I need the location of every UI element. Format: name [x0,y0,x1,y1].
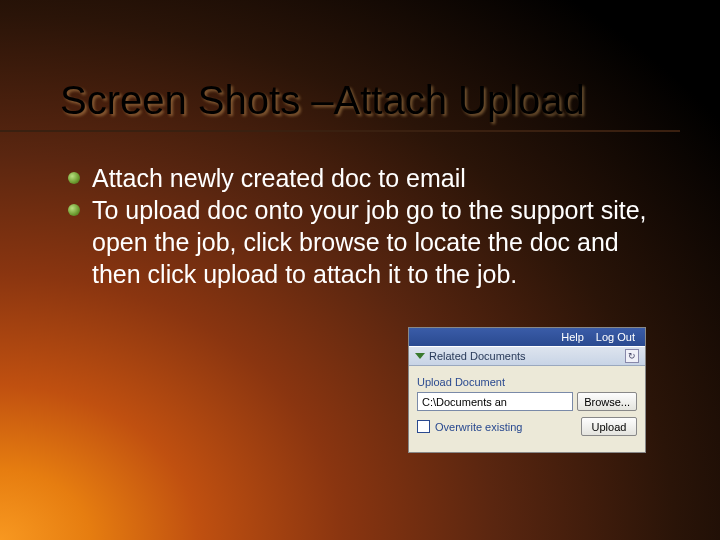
help-link[interactable]: Help [561,331,584,343]
bullet-list: Attach newly created doc to email To upl… [68,162,660,290]
upload-label: Upload Document [417,376,637,388]
panel-topbar: Help Log Out [409,328,645,346]
bullet-text: Attach newly created doc to email [92,162,660,194]
bullet-text: To upload doc onto your job go to the su… [92,194,660,290]
chevron-down-icon [415,353,425,359]
overwrite-checkbox[interactable]: Overwrite existing [417,420,522,433]
bullet-icon [68,172,80,184]
panel-body: Upload Document C:\Documents an Browse..… [409,366,645,452]
list-item: To upload doc onto your job go to the su… [68,194,660,290]
slide-title: Screen Shots –Attach Upload [60,78,680,123]
logout-link[interactable]: Log Out [596,331,635,343]
list-item: Attach newly created doc to email [68,162,660,194]
upload-panel-screenshot: Help Log Out Related Documents ↻ Upload … [408,327,646,453]
section-header[interactable]: Related Documents ↻ [409,346,645,366]
title-underline [0,130,680,132]
overwrite-label: Overwrite existing [435,421,522,433]
browse-button[interactable]: Browse... [577,392,637,411]
file-path-input[interactable]: C:\Documents an [417,392,573,411]
refresh-icon[interactable]: ↻ [625,349,639,363]
action-row: Overwrite existing Upload [417,417,637,436]
checkbox-icon [417,420,430,433]
file-row: C:\Documents an Browse... [417,392,637,411]
section-label: Related Documents [429,350,526,362]
upload-button[interactable]: Upload [581,417,637,436]
bullet-icon [68,204,80,216]
